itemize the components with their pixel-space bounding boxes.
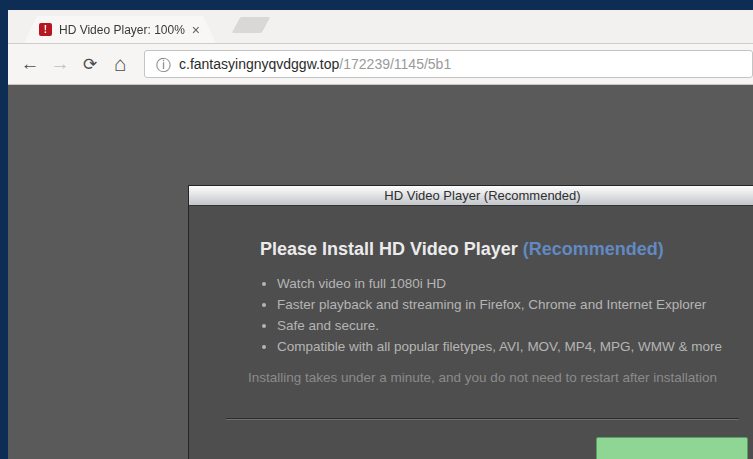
back-icon[interactable]: ← — [16, 50, 44, 78]
refresh-icon[interactable]: ⟳ — [76, 50, 104, 78]
forward-icon[interactable]: → — [46, 50, 74, 78]
dialog-heading: Please Install HD Video Player(Recommend… — [260, 239, 746, 260]
feature-list: Watch video in full 1080i HD Faster play… — [260, 273, 746, 357]
tab-strip: ! HD Video Player: 100% F × — [8, 10, 753, 44]
url-path: /172239/1145/5b1 — [339, 56, 451, 72]
dialog-heading-text: Please Install HD Video Player — [260, 239, 518, 259]
list-item: Faster playback and streaming in Firefox… — [277, 294, 746, 315]
page-info-icon[interactable]: ⓘ — [156, 57, 171, 72]
tab-close-icon[interactable]: × — [192, 23, 200, 37]
browser-window: ! HD Video Player: 100% F × ← → ⟳ ⌂ ⓘ c.… — [8, 10, 753, 459]
browser-toolbar: ← → ⟳ ⌂ ⓘ c.fantasyingnyqvdggw.top/17223… — [8, 44, 753, 85]
install-note: Installing takes under a minute, and you… — [189, 370, 753, 385]
alert-favicon-icon: ! — [39, 23, 52, 36]
dialog-titlebar: HD Video Player (Recommended) — [189, 186, 753, 206]
url-text: c.fantasyingnyqvdggw.top/172239/1145/5b1 — [179, 56, 451, 72]
page-content: HD Video Player (Recommended) Please Ins… — [8, 85, 753, 459]
list-item: Compatible with all popular filetypes, A… — [277, 336, 746, 357]
install-button[interactable] — [596, 437, 748, 459]
url-domain: c.fantasyingnyqvdggw.top — [179, 56, 339, 72]
install-dialog: HD Video Player (Recommended) Please Ins… — [188, 185, 753, 459]
address-bar[interactable]: ⓘ c.fantasyingnyqvdggw.top/172239/1145/5… — [144, 50, 753, 78]
list-item: Safe and secure. — [277, 315, 746, 336]
dialog-body: Please Install HD Video Player(Recommend… — [189, 206, 753, 357]
dialog-heading-accent: (Recommended) — [523, 239, 664, 259]
browser-tab[interactable]: ! HD Video Player: 100% F × — [24, 16, 216, 43]
dialog-divider — [226, 418, 739, 420]
button-row — [189, 437, 753, 459]
home-icon[interactable]: ⌂ — [106, 50, 134, 78]
list-item: Watch video in full 1080i HD — [277, 273, 746, 294]
tab-title: HD Video Player: 100% F — [59, 23, 186, 37]
new-tab-button[interactable] — [232, 17, 271, 33]
